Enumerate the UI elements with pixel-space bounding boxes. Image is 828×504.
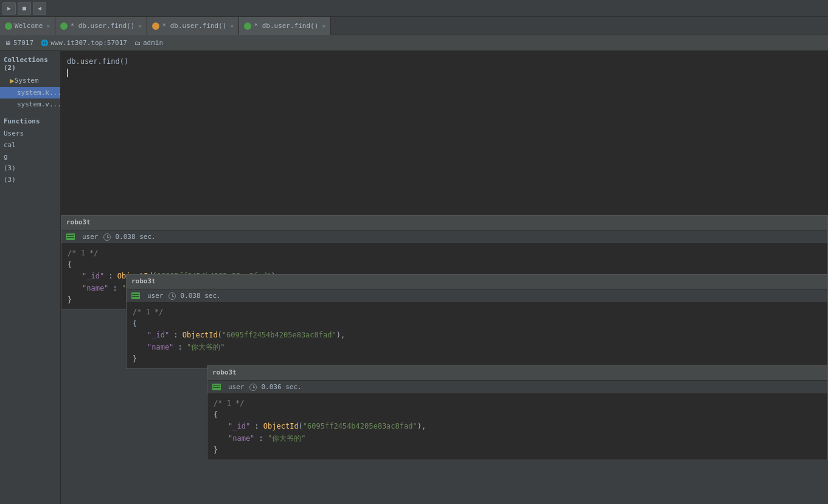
id-fn-3: ObjectId (263, 422, 299, 430)
host-value: www.it307.top:57017 (50, 39, 127, 47)
collections-label: Collections (2) (4, 56, 48, 72)
time-label-1: 0.038 sec. (116, 233, 156, 241)
toolbar-btn-play[interactable]: ▶ (2, 2, 16, 15)
open-brace-1: { (68, 260, 72, 269)
connection-bar: 🖥 57017 🌐 www.it307.top:57017 🗂 admin (0, 35, 828, 51)
result-subheader-1: user 0.038 sec. (61, 230, 827, 244)
tab-welcome-label: Welcome (15, 22, 43, 30)
conn-port: 🖥 57017 (5, 39, 33, 47)
sidebar-users[interactable]: Users (0, 128, 60, 139)
sidebar-system-k[interactable]: system.k... (0, 87, 60, 98)
clock-icon-3 (249, 384, 257, 391)
tab-find2[interactable]: * db.user.find() ✕ (147, 17, 239, 35)
open-brace-2: { (133, 319, 137, 328)
tab-icon-find3 (244, 22, 251, 30)
tab-find2-close[interactable]: ✕ (230, 22, 234, 29)
clock-icon-1 (103, 233, 111, 241)
id-fn-2: ObjectId (183, 331, 218, 339)
port-icon: 🖥 (5, 40, 11, 46)
app-container: ▶ ■ ◀ Welcome ✕ * db.user.find() ✕ * db.… (0, 0, 828, 504)
tab-welcome[interactable]: Welcome ✕ (0, 17, 55, 35)
collections-header[interactable]: Collections (2) (0, 54, 60, 74)
g-label: g (4, 153, 8, 161)
sidebar-n2[interactable]: (3) (0, 174, 60, 185)
code-area-3: /* 1 */ { "_id" : ObjectId("6095ff2454b4… (207, 394, 827, 460)
system-folder-icon: ▶ (10, 76, 15, 85)
comment-1: /* 1 */ (68, 249, 99, 257)
results-wrapper: robo3t user 0.038 sec. /* 1 */ { "_id" : (61, 215, 828, 504)
name-key-1: "name" (82, 284, 108, 292)
system-k-label: system.k... (17, 89, 61, 97)
tab-icon-find2 (152, 22, 159, 30)
time-label-2: 0.038 sec. (181, 292, 221, 300)
result-header-1: robo3t (61, 216, 827, 230)
result-panel-2: robo3t user 0.038 sec. /* 1 */ { "_id" : (126, 274, 828, 369)
result-header-2: robo3t (127, 275, 827, 289)
functions-header[interactable]: Functions (0, 115, 60, 128)
tab-find3[interactable]: * db.user.find() ✕ (239, 17, 331, 35)
tab-icon-find1 (60, 22, 68, 30)
tab-find1-label: * db.user.find() (70, 22, 134, 30)
comment-2: /* 1 */ (133, 308, 164, 316)
system-v-label: system.v... (17, 100, 61, 108)
name-val-2: "你大爷的" (187, 343, 224, 351)
port-value: 57017 (13, 39, 33, 47)
result-panel-3: robo3t user 0.036 sec. /* 1 */ { "_id" : (207, 365, 828, 460)
sidebar-system-v[interactable]: system.v... (0, 98, 60, 110)
id-key-3: "_id" (228, 422, 250, 430)
query-text-area: db.user.find() (61, 51, 828, 83)
code-area-2: /* 1 */ { "_id" : ObjectId("6095ff2454b4… (127, 303, 827, 368)
host-icon: 🌐 (41, 40, 48, 46)
open-brace-3: { (214, 410, 218, 419)
close-brace-2: } (133, 354, 137, 363)
tab-find2-label: * db.user.find() (162, 22, 226, 30)
system-label: System (15, 77, 39, 85)
comment-3: /* 1 */ (214, 399, 245, 407)
functions-label: Functions (4, 117, 40, 125)
db-value: admin (143, 39, 163, 47)
tab-find3-label: * db.user.find() (254, 22, 318, 30)
content-area: db.user.find() robo3t user 0.038 (61, 51, 828, 504)
table-icon-1 (66, 233, 75, 240)
table-label-1: user (82, 233, 99, 241)
tab-find1[interactable]: * db.user.find() ✕ (55, 17, 147, 35)
result-subheader-3: user 0.036 sec. (207, 381, 827, 394)
main-layout: Collections (2) ▶ System system.k... sys… (0, 51, 828, 504)
id-key-2: "_id" (147, 331, 169, 339)
sidebar-system[interactable]: ▶ System (0, 74, 60, 87)
close-brace-3: } (214, 446, 218, 454)
time-label-3: 0.036 sec. (262, 383, 302, 391)
toolbar: ▶ ■ ◀ (0, 0, 828, 17)
tab-icon-welcome (5, 22, 12, 30)
local-label: cal (4, 141, 16, 149)
functions-section: Functions Users cal g (3) (3) (0, 112, 60, 188)
result-source-2: robo3t (131, 277, 156, 285)
sidebar-g[interactable]: g (0, 151, 60, 162)
id-key-1: "_id" (82, 272, 104, 280)
table-label-2: user (147, 292, 164, 300)
conn-host: 🌐 www.it307.top:57017 (41, 39, 127, 47)
query-cursor (67, 69, 68, 77)
clock-icon-2 (169, 292, 176, 300)
table-icon-3 (212, 384, 221, 390)
query-expression: db.user.find() (67, 57, 128, 66)
tab-welcome-close[interactable]: ✕ (46, 22, 50, 29)
id-val-2: "6095ff2454b4205e83ac8fad" (222, 331, 336, 339)
sidebar-n1[interactable]: (3) (0, 162, 60, 174)
table-icon-2 (131, 292, 140, 299)
tab-find1-close[interactable]: ✕ (138, 22, 142, 29)
result-source-1: robo3t (66, 218, 91, 226)
id-val-3: "6095ff2454b4205e83ac8fad" (303, 422, 417, 430)
tab-find3-close[interactable]: ✕ (322, 22, 325, 29)
n2-label: (3) (4, 176, 16, 184)
table-label-3: user (228, 383, 245, 391)
close-brace-1: } (68, 295, 72, 304)
db-icon: 🗂 (134, 40, 141, 46)
query-editor[interactable]: db.user.find() (61, 51, 828, 215)
toolbar-btn-stop[interactable]: ■ (18, 2, 31, 15)
tab-bar: Welcome ✕ * db.user.find() ✕ * db.user.f… (0, 17, 828, 35)
name-key-3: "name" (228, 434, 254, 443)
sidebar-local[interactable]: cal (0, 139, 60, 151)
name-val-3: "你大爷的" (268, 434, 305, 443)
toolbar-btn-back[interactable]: ◀ (33, 2, 46, 15)
